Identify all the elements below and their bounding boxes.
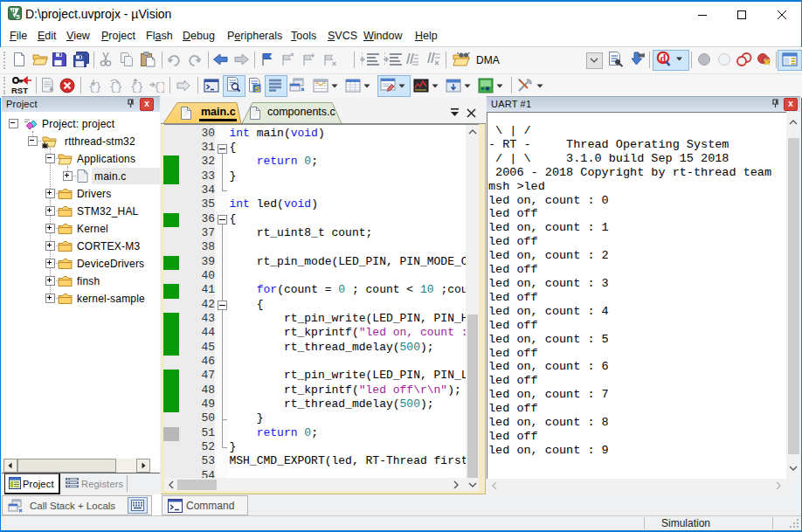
svg-text:5: 5 — [16, 13, 20, 20]
svg-text:RST: RST — [11, 86, 28, 95]
svg-text:S: S — [254, 84, 259, 93]
svg-text:{}: {} — [88, 80, 101, 93]
svg-text:{}: {} — [154, 80, 164, 93]
svg-text:d: d — [660, 52, 667, 65]
svg-text:{}: {} — [109, 80, 122, 93]
svg-text:{}: {} — [130, 80, 143, 93]
